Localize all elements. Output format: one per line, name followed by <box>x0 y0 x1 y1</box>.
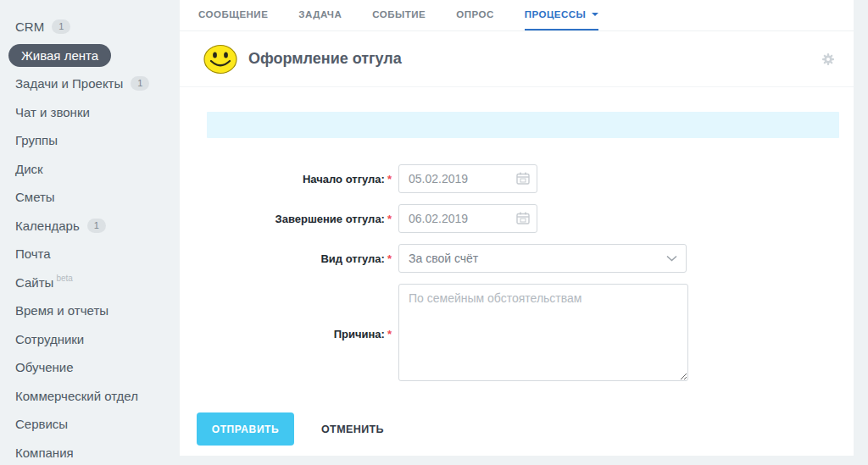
leave-type-control: За свой счёт <box>398 244 687 273</box>
sidebar-item-label: Календарь <box>15 219 80 233</box>
cancel-button[interactable]: ОТМЕНИТЬ <box>316 423 389 436</box>
selected-value: За свой счёт <box>409 252 478 265</box>
caret-down-icon <box>592 13 598 19</box>
sidebar-item-label: Коммерческий отдел <box>15 389 138 403</box>
sidebar-item[interactable]: Обучение <box>0 353 180 382</box>
process-header: Оформление отгула <box>180 31 854 87</box>
sidebar-item-label: Сотрудники <box>15 332 84 346</box>
sidebar-item[interactable]: Сметы <box>0 183 180 212</box>
sidebar-item-label: Сервисы <box>15 417 68 431</box>
required-asterisk: * <box>387 173 392 185</box>
end-date-control <box>398 204 537 233</box>
main-card: СООБЩЕНИЕЗАДАЧАСОБЫТИЕОПРОСПРОЦЕССЫ Офор… <box>180 0 854 456</box>
sidebar-item-label: Группы <box>15 133 58 147</box>
tab-label: СООБЩЕНИЕ <box>198 9 268 19</box>
field-label: Начало отгула:* <box>180 173 392 185</box>
tab-item[interactable]: СОБЫТИЕ <box>372 0 426 30</box>
sidebar-item-label: Время и отчеты <box>15 303 108 318</box>
gear-icon[interactable] <box>821 53 835 66</box>
sidebar-item[interactable]: Сайтыbeta <box>0 268 180 297</box>
field-label: Завершение отгула:* <box>180 213 392 225</box>
page-title: Оформление отгула <box>248 50 402 68</box>
info-banner <box>207 112 839 138</box>
sidebar-item-label: Сметы <box>15 190 55 204</box>
counter-badge: 1 <box>52 19 70 34</box>
start-date-control <box>398 164 537 193</box>
tab-item[interactable]: СООБЩЕНИЕ <box>198 0 268 30</box>
submit-button[interactable]: ОТПРАВИТЬ <box>197 412 294 446</box>
sidebar-item[interactable]: Сервисы <box>0 410 180 439</box>
tab-bar: СООБЩЕНИЕЗАДАЧАСОБЫТИЕОПРОСПРОЦЕССЫ <box>180 0 854 31</box>
sidebar-item-label: Почта <box>15 246 51 261</box>
sidebar-item[interactable]: CRM1 <box>0 13 180 42</box>
form-row-end-date: Завершение отгула:* <box>180 204 854 233</box>
required-asterisk: * <box>387 328 392 340</box>
sidebar-item-label: Задачи и Проекты <box>15 76 123 91</box>
tab-label: ОПРОС <box>456 9 493 19</box>
form-row-start-date: Начало отгула:* <box>180 164 854 193</box>
sidebar-item[interactable]: Задачи и Проекты1 <box>0 69 180 98</box>
chevron-down-icon <box>666 255 677 262</box>
reason-control <box>398 284 688 385</box>
smiley-icon <box>203 44 237 75</box>
required-asterisk: * <box>387 213 392 225</box>
sidebar-item[interactable]: Живая лента <box>0 42 180 70</box>
form-row-reason: Причина:* <box>180 284 854 385</box>
tab-label: ЗАДАЧА <box>298 9 342 19</box>
sidebar: CRM1Живая лентаЗадачи и Проекты1Чат и зв… <box>0 0 180 465</box>
sidebar-active-pill: Живая лента <box>8 44 111 67</box>
field-label: Вид отгула:* <box>180 252 392 265</box>
sidebar-item-label: Сайты <box>15 275 53 290</box>
sidebar-item[interactable]: Время и отчеты <box>0 296 180 325</box>
sidebar-item-label: Обучение <box>15 360 74 374</box>
sidebar-item-label: Диск <box>15 162 43 176</box>
calendar-icon[interactable] <box>516 172 530 185</box>
sidebar-item[interactable]: Чат и звонки <box>0 98 180 127</box>
tab-item[interactable]: ПРОЦЕССЫ <box>525 0 599 30</box>
sidebar-nav: CRM1Живая лентаЗадачи и Проекты1Чат и зв… <box>0 13 180 465</box>
sidebar-item-label: Компания <box>15 446 74 460</box>
leave-request-form: Начало отгула:* Завершени <box>180 164 854 385</box>
sidebar-item[interactable]: Компания <box>0 439 180 465</box>
reason-textarea[interactable] <box>398 284 688 381</box>
sidebar-item[interactable]: Календарь1 <box>0 212 180 241</box>
sidebar-item[interactable]: Группы <box>0 126 180 155</box>
field-label: Причина:* <box>180 328 392 340</box>
sidebar-item[interactable]: Коммерческий отдел <box>0 382 180 411</box>
tab-label: ПРОЦЕССЫ <box>525 9 587 19</box>
tab-label: СОБЫТИЕ <box>372 9 426 19</box>
sidebar-item-label: CRM <box>15 19 44 34</box>
form-row-leave-type: Вид отгула:* За свой счёт <box>180 244 854 273</box>
sidebar-item[interactable]: Сотрудники <box>0 325 180 354</box>
counter-badge: 1 <box>87 219 106 233</box>
required-asterisk: * <box>387 252 392 265</box>
tab-item[interactable]: ОПРОС <box>456 0 493 30</box>
calendar-icon[interactable] <box>516 212 530 224</box>
counter-badge: 1 <box>131 76 149 91</box>
sidebar-item[interactable]: Диск <box>0 155 180 184</box>
leave-type-select[interactable]: За свой счёт <box>398 244 687 273</box>
sidebar-item[interactable]: Почта <box>0 240 180 268</box>
beta-label: beta <box>56 274 72 283</box>
app-window: CRM1Живая лентаЗадачи и Проекты1Чат и зв… <box>0 0 868 465</box>
sidebar-item-label: Чат и звонки <box>15 105 90 119</box>
tab-item[interactable]: ЗАДАЧА <box>298 0 342 30</box>
form-actions: ОТПРАВИТЬ ОТМЕНИТЬ <box>180 412 854 446</box>
